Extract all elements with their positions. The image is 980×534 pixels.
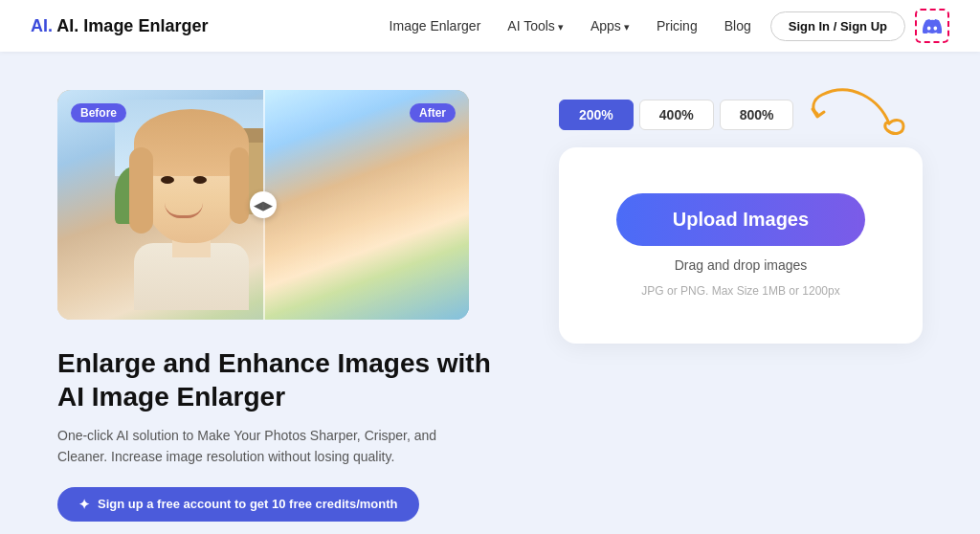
main-content: Before After ◀▶ Enlarge and Enhance Imag… [0,52,980,522]
signin-button[interactable]: Sign In / Sign Up [770,11,905,41]
scale-selector: 200% 400% 800% [559,100,793,130]
scale-800-button[interactable]: 800% [720,100,794,130]
discord-icon[interactable] [915,9,949,43]
nav-item-image-enlarger[interactable]: Image Enlarger [390,17,481,34]
nav-item-apps[interactable]: Apps [590,17,630,34]
nav-item-blog[interactable]: Blog [724,17,751,34]
drag-drop-text: Drag and drop images [675,257,808,273]
navbar: AI. AI. Image Enlarger Image Enlarger AI… [0,0,980,52]
upload-card: Upload Images Drag and drop images JPG o… [559,147,923,344]
upload-button[interactable]: Upload Images [616,193,865,246]
scale-400-button[interactable]: 400% [639,100,714,130]
hero-title: Enlarge and Enhance Images with AI Image… [57,346,501,413]
after-label: After [410,103,456,122]
nav-item-pricing[interactable]: Pricing [657,17,698,34]
file-hint-text: JPG or PNG. Max Size 1MB or 1200px [641,284,839,298]
scale-200-button[interactable]: 200% [559,100,634,130]
arrow-doodle-icon [803,71,908,138]
compare-drag-handle[interactable]: ◀▶ [250,191,277,218]
star-icon: ✦ [78,497,90,512]
nav-links: Image Enlarger AI Tools Apps Pricing Blo… [390,17,751,34]
hero-subtitle: One-click AI solution to Make Your Photo… [57,425,440,468]
right-panel: 200% 400% 800% Upload Images Drag and dr… [559,90,923,344]
portrait-image [115,100,268,310]
nav-item-ai-tools[interactable]: AI Tools [507,17,564,34]
cta-label: Sign up a free account to get 10 free cr… [98,497,398,511]
cta-button[interactable]: ✦ Sign up a free account to get 10 free … [57,487,419,522]
image-compare: Before After ◀▶ [57,90,469,320]
left-panel: Before After ◀▶ Enlarge and Enhance Imag… [57,90,501,522]
before-label: Before [71,103,126,122]
site-logo[interactable]: AI. AI. Image Enlarger [31,16,208,36]
